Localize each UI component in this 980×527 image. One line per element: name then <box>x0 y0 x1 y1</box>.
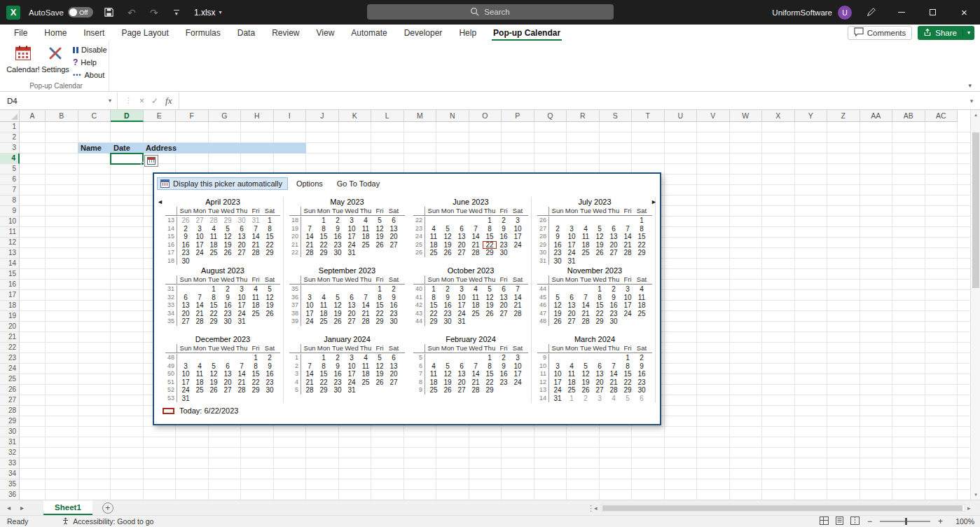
day-cell[interactable]: 25 <box>579 249 593 257</box>
day-cell[interactable]: 29 <box>207 317 221 326</box>
day-cell[interactable]: 27 <box>455 249 469 257</box>
day-cell[interactable]: 10 <box>551 370 565 378</box>
day-cell[interactable]: 26 <box>373 378 387 387</box>
undo-icon[interactable]: ↶ <box>125 6 138 20</box>
day-cell[interactable]: 7 <box>469 362 483 371</box>
day-cell[interactable]: 22 <box>483 378 497 387</box>
day-cell[interactable]: 21 <box>235 378 249 387</box>
day-cell[interactable]: 1 <box>483 354 497 362</box>
day-cell[interactable]: 2 <box>387 285 401 294</box>
day-cell[interactable]: 30 <box>263 386 277 395</box>
day-cell[interactable]: 19 <box>373 233 387 241</box>
tab-automate[interactable]: Automate <box>343 25 395 41</box>
day-cell[interactable]: 1 <box>207 285 221 294</box>
column-header[interactable]: F <box>176 110 209 122</box>
day-cell[interactable]: 8 <box>593 294 607 302</box>
day-cell[interactable]: 25 <box>565 386 579 395</box>
column-header[interactable]: V <box>697 110 730 122</box>
column-header[interactable]: B <box>46 110 78 122</box>
row-header[interactable]: 12 <box>0 238 20 248</box>
day-cell[interactable]: 1 <box>263 217 277 225</box>
day-cell[interactable]: 11 <box>565 370 579 378</box>
day-cell[interactable]: 19 <box>221 241 235 249</box>
quick-access-customize-icon[interactable]: ▾ <box>170 6 183 20</box>
day-cell[interactable]: 3 <box>593 395 607 403</box>
day-cell[interactable]: 18 <box>359 370 373 378</box>
day-cell[interactable]: 4 <box>207 225 221 233</box>
day-cell[interactable]: 7 <box>193 294 207 302</box>
day-cell[interactable]: 16 <box>607 301 621 310</box>
day-cell[interactable]: 8 <box>427 294 441 302</box>
day-cell[interactable]: 13 <box>179 301 193 310</box>
day-cell[interactable]: 7 <box>235 362 249 371</box>
add-sheet-button[interactable]: + <box>102 502 113 514</box>
day-cell[interactable]: 25 <box>469 310 483 318</box>
day-cell[interactable]: 11 <box>193 370 207 378</box>
day-cell[interactable]: 28 <box>303 386 317 395</box>
tab-file[interactable]: File <box>6 25 36 41</box>
day-cell[interactable]: 15 <box>317 233 331 241</box>
day-cell[interactable]: 23 <box>551 249 565 257</box>
day-cell[interactable]: 31 <box>249 217 263 225</box>
day-cell[interactable]: 7 <box>303 225 317 233</box>
day-cell[interactable]: 22 <box>317 241 331 249</box>
zoom-slider-thumb[interactable] <box>905 518 907 525</box>
day-cell[interactable]: 18 <box>427 378 441 387</box>
day-cell[interactable]: 15 <box>249 370 263 378</box>
day-cell[interactable]: 27 <box>497 310 511 318</box>
previous-months-icon[interactable]: ◄ <box>157 198 163 205</box>
day-cell[interactable]: 23 <box>179 249 193 257</box>
day-cell[interactable]: 24 <box>565 249 579 257</box>
day-cell[interactable]: 22 <box>621 378 635 387</box>
display-picker-automatically-item[interactable]: Display this picker automatically <box>157 177 288 190</box>
day-cell[interactable]: 14 <box>469 233 483 241</box>
highlighted-range[interactable] <box>78 143 306 153</box>
day-cell[interactable]: 1 <box>317 217 331 225</box>
day-cell[interactable]: 12 <box>441 233 455 241</box>
day-cell[interactable]: 9 <box>551 233 565 241</box>
day-cell[interactable]: 24 <box>179 386 193 395</box>
maximize-button[interactable] <box>917 0 948 25</box>
day-cell[interactable]: 28 <box>249 249 263 257</box>
close-button[interactable]: × <box>948 0 980 25</box>
day-cell[interactable]: 15 <box>207 301 221 310</box>
day-cell[interactable]: 6 <box>387 354 401 362</box>
day-cell[interactable]: 26 <box>579 386 593 395</box>
row-header[interactable]: 15 <box>0 269 20 280</box>
row-header[interactable]: 9 <box>0 206 20 217</box>
day-cell[interactable]: 20 <box>593 378 607 387</box>
day-cell[interactable]: 20 <box>497 301 511 310</box>
today-row[interactable]: Today: 6/22/2023 <box>154 403 660 415</box>
day-cell[interactable]: 22 <box>635 241 649 249</box>
day-cell[interactable]: 18 <box>635 301 649 310</box>
day-cell[interactable]: 29 <box>249 386 263 395</box>
day-cell[interactable]: 16 <box>331 370 345 378</box>
column-header[interactable]: D <box>111 110 144 122</box>
day-cell[interactable]: 6 <box>565 294 579 302</box>
day-cell[interactable]: 14 <box>235 370 249 378</box>
insert-function-icon[interactable]: fx <box>165 95 172 107</box>
day-cell[interactable]: 21 <box>511 301 525 310</box>
day-cell[interactable]: 17 <box>179 378 193 387</box>
day-cell[interactable]: 6 <box>635 395 649 403</box>
day-cell[interactable]: 20 <box>221 378 235 387</box>
zoom-in-icon[interactable]: + <box>938 516 943 526</box>
day-cell[interactable]: 29 <box>317 249 331 257</box>
day-cell[interactable]: 5 <box>441 225 455 233</box>
day-cell[interactable]: 22 <box>249 378 263 387</box>
row-header[interactable]: 34 <box>0 469 20 479</box>
day-cell[interactable]: 19 <box>441 378 455 387</box>
tab-developer[interactable]: Developer <box>396 25 451 41</box>
day-cell[interactable]: 17 <box>621 301 635 310</box>
day-cell[interactable]: 5 <box>373 217 387 225</box>
day-cell[interactable]: 19 <box>373 370 387 378</box>
day-cell[interactable]: 30 <box>607 317 621 326</box>
comments-button[interactable]: Comments <box>848 26 913 40</box>
day-cell[interactable]: 17 <box>345 233 359 241</box>
day-cell[interactable]: 6 <box>221 362 235 371</box>
column-header[interactable]: Z <box>827 110 860 122</box>
day-cell[interactable]: 18 <box>207 241 221 249</box>
day-cell[interactable]: 29 <box>427 317 441 326</box>
day-cell[interactable]: 22 <box>207 310 221 318</box>
day-cell[interactable]: 1 <box>317 354 331 362</box>
